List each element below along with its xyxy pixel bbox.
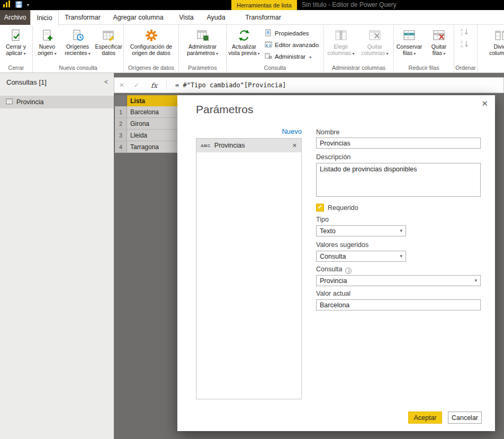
formula-accept-icon[interactable]: ✓ — [129, 81, 144, 89]
recent-sources-button[interactable]: Orígenes recientes — [61, 26, 94, 63]
formula-input[interactable]: = #"Tipo cambiado"[Provincia] — [175, 81, 286, 89]
requerido-checkbox[interactable] — [316, 204, 324, 212]
nombre-input[interactable] — [316, 138, 481, 149]
consulta-select[interactable]: Provincia ▾ — [316, 275, 481, 286]
grid-column-header-lista[interactable]: Lista — [127, 95, 177, 106]
parameter-list[interactable]: ABC Provincias ✕ — [196, 138, 302, 399]
nombre-label: Nombre — [316, 129, 339, 136]
manage-query-icon — [265, 52, 272, 61]
formula-bar: ✕ ✓ fx = #"Tipo cambiado"[Provincia] — [114, 77, 504, 93]
enter-data-icon — [102, 27, 115, 43]
chevron-down-icon — [87, 50, 91, 56]
title-bar: ▾ Herramientas de lista Sin título - Edi… — [0, 0, 504, 10]
parameter-list-item[interactable]: ABC Provincias ✕ — [196, 139, 301, 152]
dialog-close-icon[interactable]: ✕ — [481, 99, 488, 108]
remove-columns-icon — [368, 27, 382, 43]
contextual-tab-header: Herramientas de lista — [231, 0, 297, 10]
chevron-down-icon — [53, 50, 56, 56]
svg-text:Z: Z — [461, 32, 463, 36]
valor-actual-input[interactable] — [316, 299, 481, 310]
text-type-icon: ABC — [201, 143, 211, 148]
collapse-pane-icon[interactable]: < — [104, 78, 108, 86]
grid-row[interactable]: 4 Tarragona — [115, 141, 177, 153]
split-column-button[interactable]: Dividir columna — [486, 26, 504, 63]
split-column-icon — [494, 27, 504, 43]
tab-vista[interactable]: Vista — [174, 10, 199, 25]
query-table-icon — [6, 98, 13, 106]
manage-parameters-button[interactable]: Administrar parámetros — [181, 26, 225, 63]
tab-contextual-transformar[interactable]: Transformar — [241, 10, 285, 25]
ribbon: Cerrar y aplicar Cerrar Nuevo origen Orí… — [0, 25, 504, 73]
enter-data-button[interactable]: Especificar datos — [94, 26, 123, 63]
remove-columns-button[interactable]: Quitar columnas — [358, 26, 392, 63]
chevron-down-icon — [308, 53, 311, 60]
valores-sugeridos-select[interactable]: Consulta ▾ — [316, 251, 406, 262]
queries-pane-header: Consultas [1] < — [0, 73, 114, 89]
data-source-settings-button[interactable]: Configuración de origen de datos — [125, 26, 177, 63]
chevron-down-icon — [215, 50, 218, 56]
tab-inicio[interactable]: Inicio — [30, 10, 59, 25]
recent-sources-icon — [71, 27, 85, 43]
new-parameter-link[interactable]: Nuevo — [196, 127, 302, 135]
grid-cell[interactable]: Tarragona — [127, 141, 177, 153]
refresh-preview-button[interactable]: Actualizar vista previa — [227, 26, 262, 63]
choose-columns-button[interactable]: Elegir columnas — [324, 26, 358, 63]
tipo-select[interactable]: Texto ▾ — [316, 225, 406, 236]
grid-cell[interactable]: Girona — [127, 118, 177, 130]
tab-ayuda[interactable]: Ayuda — [203, 10, 229, 25]
save-icon[interactable] — [15, 1, 22, 10]
ribbon-group-consulta: Actualizar vista previa Propiedades Edit… — [227, 25, 324, 72]
grid-row[interactable]: 2 Girona — [115, 118, 177, 130]
ribbon-group-administrar-columnas: Elegir columnas Quitar columnas Administ… — [324, 25, 394, 72]
group-label-origenes: Orígenes de datos — [124, 65, 178, 71]
new-source-icon — [40, 27, 54, 43]
group-label-parametros: Parámetros — [179, 65, 226, 71]
close-and-apply-button[interactable]: Cerrar y aplicar — [0, 26, 32, 63]
new-source-button[interactable]: Nuevo origen — [33, 26, 61, 63]
tab-transformar[interactable]: Transformar — [62, 10, 103, 25]
ribbon-tab-row: Archivo Inicio Transformar Agregar colum… — [0, 10, 504, 25]
row-number[interactable]: 3 — [115, 130, 127, 141]
remove-rows-button[interactable]: Quitar filas — [425, 26, 453, 63]
chevron-down-icon: ▾ — [400, 228, 402, 233]
grid-row[interactable]: 1 Barcelona — [115, 106, 177, 118]
row-number[interactable]: 4 — [115, 141, 127, 153]
group-label-cerrar: Cerrar — [0, 65, 32, 71]
row-number[interactable]: 2 — [115, 118, 127, 130]
manage-query-button[interactable]: Administrar — [262, 51, 322, 62]
ribbon-group-parametros: Administrar parámetros Parámetros — [179, 25, 227, 72]
grid-cell[interactable]: Lleida — [127, 130, 177, 141]
sort-descending-button[interactable]: ZA — [458, 40, 471, 50]
keep-rows-button[interactable]: Conservar filas — [394, 26, 425, 63]
query-item-provincia[interactable]: Provincia — [0, 96, 114, 108]
ribbon-group-origenes-datos: Configuración de origen de datos Orígene… — [124, 25, 179, 72]
advanced-editor-button[interactable]: Editor avanzado — [262, 39, 322, 51]
properties-button[interactable]: Propiedades — [262, 28, 322, 39]
quick-access-caret-icon[interactable]: ▾ — [27, 3, 29, 7]
fx-icon: fx — [144, 81, 164, 89]
keep-rows-icon — [402, 27, 416, 43]
grid-select-all-cell[interactable] — [115, 95, 127, 106]
descripcion-textarea[interactable]: Listado de provincias disponibles — [316, 163, 481, 197]
remove-rows-icon — [432, 27, 446, 43]
row-number[interactable]: 1 — [115, 106, 127, 118]
aceptar-button[interactable]: Aceptar — [408, 411, 442, 424]
properties-icon — [265, 29, 272, 38]
svg-text:A: A — [461, 44, 463, 48]
tab-agregar-columna[interactable]: Agregar columna — [107, 10, 169, 25]
grid-row[interactable]: 3 Lleida — [115, 130, 177, 141]
chevron-down-icon — [257, 50, 260, 56]
chevron-down-icon — [22, 50, 25, 56]
ribbon-group-ordenar: AZ ZA Ordenar — [454, 25, 478, 72]
ribbon-group-reducir-filas: Conservar filas Quitar filas Reducir fil… — [394, 25, 454, 72]
tab-archivo[interactable]: Archivo — [0, 10, 30, 25]
close-apply-icon — [9, 27, 23, 43]
formula-cancel-icon[interactable]: ✕ — [114, 81, 129, 89]
sort-ascending-button[interactable]: AZ — [458, 28, 471, 38]
valores-sugeridos-label: Valores sugeridos — [316, 241, 368, 249]
cancelar-button[interactable]: Cancelar — [448, 411, 482, 424]
window-title: Sin título - Editor de Power Query — [302, 0, 397, 10]
chevron-down-icon — [385, 50, 388, 56]
delete-parameter-icon[interactable]: ✕ — [292, 142, 297, 149]
grid-cell[interactable]: Barcelona — [127, 106, 177, 118]
